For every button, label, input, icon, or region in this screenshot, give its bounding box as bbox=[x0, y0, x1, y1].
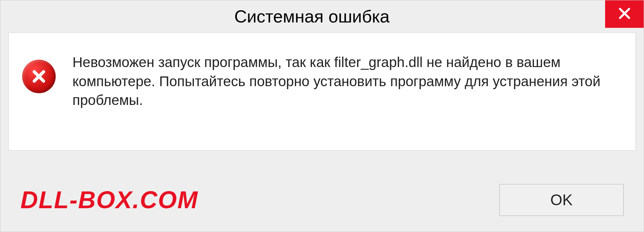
close-button[interactable] bbox=[605, 0, 644, 28]
error-dialog: Системная ошибка Невозможен запуск прогр… bbox=[0, 0, 644, 232]
content-panel: Невозможен запуск программы, так как fil… bbox=[8, 33, 636, 151]
dialog-title: Системная ошибка bbox=[14, 6, 644, 26]
error-icon-wrapper bbox=[22, 60, 56, 93]
title-bar: Системная ошибка bbox=[0, 0, 644, 33]
ok-button[interactable]: OK bbox=[499, 184, 624, 216]
error-icon bbox=[22, 60, 56, 93]
footer-bar: DLL-BOX.COM OK bbox=[0, 168, 644, 232]
close-icon bbox=[617, 6, 632, 22]
error-message: Невозможен запуск программы, так как fil… bbox=[72, 53, 619, 110]
watermark-text: DLL-BOX.COM bbox=[20, 186, 198, 214]
